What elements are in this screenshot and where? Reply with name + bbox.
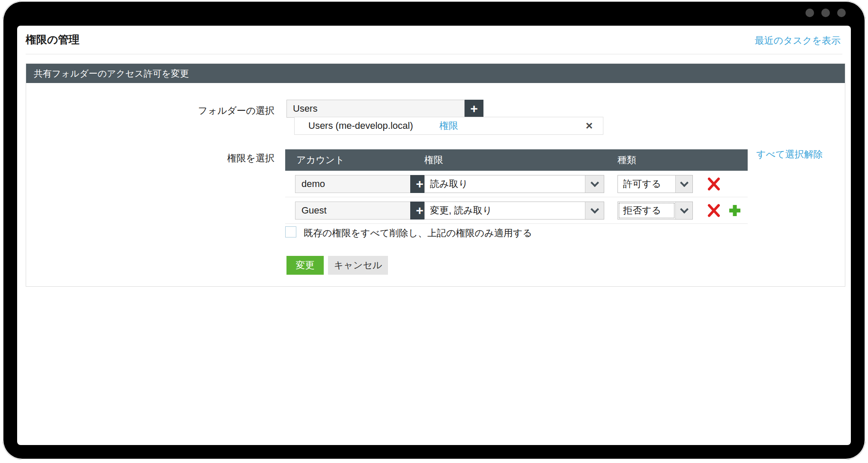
page-title: 権限の管理 bbox=[26, 33, 80, 47]
type-dropdown-value: 拒否する bbox=[618, 202, 675, 219]
permission-dropdown-value: 変更, 読み取り bbox=[425, 202, 585, 219]
column-header-account: アカウント bbox=[296, 149, 345, 171]
account-field-group: + bbox=[295, 202, 429, 220]
selected-folder-row: Users (me-develop.local) 権限 × bbox=[294, 117, 603, 135]
replace-permissions-label: 既存の権限をすべて削除し、上記の権限のみ適用する bbox=[304, 227, 532, 240]
submit-button[interactable]: 変更 bbox=[286, 256, 324, 275]
account-input[interactable] bbox=[295, 202, 410, 220]
column-header-permission: 権限 bbox=[424, 149, 443, 171]
permission-dropdown-value: 読み取り bbox=[425, 175, 585, 193]
deselect-all-link[interactable]: すべて選択解除 bbox=[756, 148, 823, 161]
replace-permissions-checkbox[interactable] bbox=[285, 226, 296, 237]
folder-permission-link[interactable]: 権限 bbox=[439, 119, 458, 132]
window-dot-icon[interactable] bbox=[805, 9, 814, 17]
account-field-group: + bbox=[295, 175, 429, 193]
permissions-table: アカウント 権限 種類 + 読み取り 許可する bbox=[285, 149, 748, 224]
permissions-table-header: アカウント 権限 種類 bbox=[285, 149, 748, 171]
add-folder-button[interactable]: + bbox=[465, 100, 483, 118]
type-dropdown[interactable]: 許可する bbox=[617, 175, 693, 193]
chevron-down-icon[interactable] bbox=[585, 175, 604, 193]
permission-dropdown[interactable]: 変更, 読み取り bbox=[424, 202, 604, 220]
remove-folder-icon[interactable]: × bbox=[586, 120, 593, 132]
table-row: + 読み取り 許可する bbox=[285, 171, 748, 197]
chevron-down-icon[interactable] bbox=[675, 202, 692, 219]
folder-search-input[interactable] bbox=[286, 100, 465, 118]
title-divider bbox=[26, 54, 842, 54]
type-dropdown-value: 許可する bbox=[618, 175, 675, 193]
screenshot-stage: 権限の管理 最近のタスクを表示 共有フォルダーのアクセス許可を変更 フォルダーの… bbox=[0, 0, 868, 463]
change-access-section: 共有フォルダーのアクセス許可を変更 フォルダーの選択 + Users (me-d… bbox=[26, 63, 845, 287]
column-header-type: 種類 bbox=[617, 149, 636, 171]
chevron-down-icon[interactable] bbox=[585, 202, 604, 219]
table-row: + 変更, 読み取り 拒否する bbox=[285, 197, 748, 224]
permission-select-label: 権限を選択 bbox=[26, 152, 274, 165]
selected-folder-name: Users (me-develop.local) bbox=[295, 120, 413, 131]
permission-dropdown[interactable]: 読み取り bbox=[424, 175, 604, 193]
add-row-icon[interactable] bbox=[728, 204, 742, 217]
window-dot-icon[interactable] bbox=[837, 9, 846, 17]
window-controls bbox=[805, 9, 846, 17]
permission-management-panel: 権限の管理 最近のタスクを表示 共有フォルダーのアクセス許可を変更 フォルダーの… bbox=[17, 26, 851, 445]
section-header: 共有フォルダーのアクセス許可を変更 bbox=[26, 64, 845, 83]
account-input[interactable] bbox=[295, 175, 410, 193]
cancel-button[interactable]: キャンセル bbox=[328, 256, 388, 275]
delete-row-icon[interactable] bbox=[707, 177, 721, 191]
type-dropdown[interactable]: 拒否する bbox=[617, 202, 693, 220]
folder-select-label: フォルダーの選択 bbox=[26, 104, 274, 117]
window-dot-icon[interactable] bbox=[821, 9, 830, 17]
chevron-down-icon[interactable] bbox=[675, 175, 692, 193]
recent-tasks-link[interactable]: 最近のタスクを表示 bbox=[755, 34, 841, 47]
delete-row-icon[interactable] bbox=[707, 204, 721, 217]
